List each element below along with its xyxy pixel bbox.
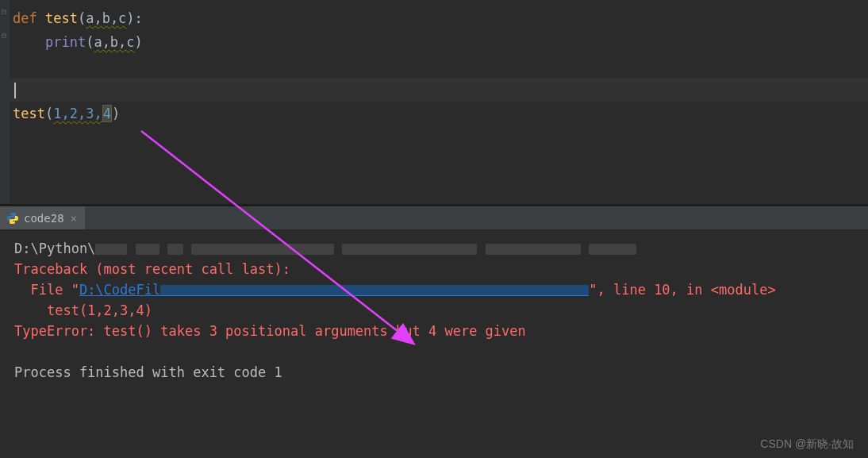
editor-gutter: ⊟ ⊟ [0, 0, 10, 204]
params: a,b,c [86, 10, 126, 26]
redacted-block [95, 244, 127, 255]
code-line-2[interactable]: print(a,b,c) [0, 30, 868, 54]
close-icon[interactable]: × [69, 212, 79, 225]
keyword-def: def [13, 10, 37, 26]
code-editor[interactable]: ⊟ ⊟ def test(a,b,c): print(a,b,c) test(1… [0, 0, 868, 204]
highlighted-arg: 4 [102, 105, 112, 122]
python-file-icon [6, 212, 19, 225]
args: a,b,c [94, 34, 134, 50]
exit-code-line: Process finished with exit code 1 [14, 362, 854, 383]
code-line-4-current[interactable] [0, 78, 868, 102]
fold-icon[interactable]: ⊟ [2, 32, 10, 40]
fold-icon[interactable]: ⊟ [2, 8, 10, 16]
builtin-print: print [45, 34, 86, 50]
code-line-5[interactable]: test(1,2,3,4) [0, 102, 868, 125]
blank-line [14, 341, 854, 362]
traceback-header: Traceback (most recent call last): [14, 259, 854, 279]
console-output[interactable]: D:\Python\ Traceback (most recent call l… [0, 230, 868, 391]
caret [14, 83, 16, 98]
function-name: test [45, 10, 78, 26]
command-line: D:\Python\ [14, 238, 854, 259]
function-call: test [13, 106, 45, 121]
tab-code28[interactable]: code28 × [0, 206, 85, 229]
args-numbers: 1,2,3, [53, 106, 102, 121]
traceback-file: File "D:\CodeFil", line 10, in <module> [14, 279, 854, 300]
code-line-3[interactable] [0, 54, 868, 78]
traceback-call: test(1,2,3,4) [14, 300, 854, 321]
file-link[interactable]: D:\CodeFil [79, 282, 160, 298]
watermark: CSDN @新晓·故知 [760, 437, 854, 452]
redacted-link [160, 285, 589, 296]
error-message: TypeError: test() takes 3 positional arg… [14, 321, 854, 341]
console-tab-bar: code28 × [0, 206, 868, 230]
code-line-1[interactable]: def test(a,b,c): [0, 6, 868, 30]
tab-label: code28 [24, 212, 64, 225]
